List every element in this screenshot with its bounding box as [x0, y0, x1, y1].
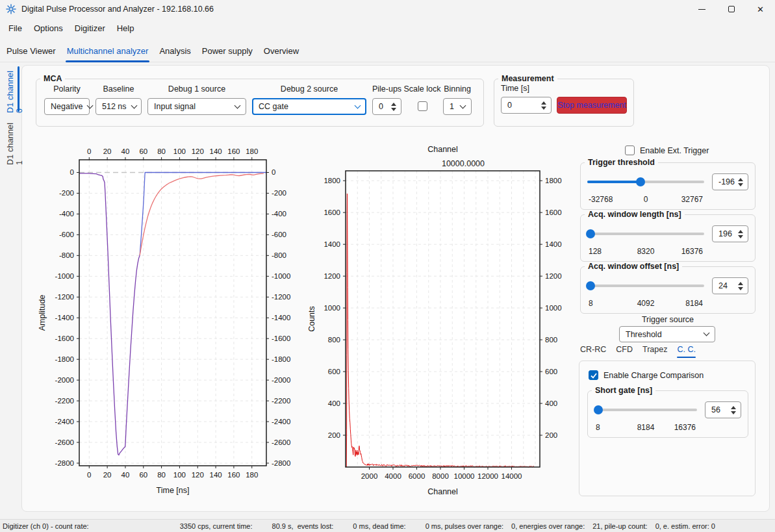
- polarity-value: Negative: [51, 102, 83, 111]
- svg-text:Time [ns]: Time [ns]: [157, 486, 190, 495]
- time-spinner[interactable]: 0: [501, 97, 552, 114]
- tab-pulse-viewer[interactable]: Pulse Viewer: [5, 45, 57, 57]
- menu-help[interactable]: Help: [111, 21, 140, 36]
- svg-text:-400: -400: [59, 210, 74, 218]
- svg-text:-1800: -1800: [272, 355, 290, 363]
- debug2-source-value: CC gate: [259, 102, 288, 111]
- svg-text:-2800: -2800: [55, 459, 74, 467]
- baseline-dropdown[interactable]: 512 ns: [95, 98, 142, 115]
- menu-digitizer[interactable]: Digitizer: [69, 21, 111, 36]
- debug1-source-dropdown[interactable]: Input signal: [147, 98, 246, 115]
- slider-max-label: 32767: [681, 195, 703, 204]
- spectrum-chart[interactable]: 2000400060008000100001200014000200200400…: [299, 143, 572, 510]
- spinner-arrows-icon[interactable]: [738, 178, 743, 186]
- svg-text:-600: -600: [272, 231, 286, 238]
- title-bar: Digital Pulse Processor and Analyzer - 1…: [0, 0, 775, 18]
- svg-text:Channel: Channel: [427, 487, 458, 496]
- svg-text:1000: 1000: [545, 304, 562, 312]
- menu-file[interactable]: File: [3, 21, 28, 36]
- svg-text:6000: 6000: [409, 472, 426, 480]
- time-value: 0: [507, 101, 512, 110]
- svg-text:120: 120: [192, 147, 204, 155]
- svg-text:1400: 1400: [324, 240, 340, 248]
- pileups-spinner[interactable]: 0: [372, 98, 401, 115]
- maximize-button[interactable]: [717, 0, 746, 18]
- svg-text:80: 80: [157, 147, 166, 155]
- ext-trigger-row: Enable Ext. Trigger: [625, 146, 709, 155]
- debug2-source-dropdown[interactable]: CC gate: [252, 98, 366, 115]
- spinner-arrows-icon[interactable]: [738, 282, 743, 290]
- spinner-arrows-icon[interactable]: [738, 230, 743, 238]
- spinner-arrows-icon[interactable]: [731, 406, 736, 414]
- trigger-source-label: Trigger source: [580, 315, 756, 324]
- svg-text:60: 60: [139, 147, 147, 155]
- waveform-chart[interactable]: 0020204040606080801001001201201401401601…: [36, 143, 299, 510]
- ext-trigger-label: Enable Ext. Trigger: [640, 146, 709, 155]
- short-gate-spinner[interactable]: 56: [705, 401, 741, 418]
- menu-options[interactable]: Options: [28, 21, 69, 36]
- tab-analysis[interactable]: Analysis: [158, 45, 192, 57]
- binning-dropdown[interactable]: 1: [443, 98, 472, 115]
- slider-handle[interactable]: [586, 281, 595, 290]
- svg-text:-2800: -2800: [272, 459, 290, 467]
- pileups-label: Pile-ups: [372, 84, 401, 94]
- acq-window-offset-slider[interactable]: [587, 281, 704, 290]
- menu-bar: File Options Digitizer Help: [0, 19, 140, 36]
- svg-text:-1800: -1800: [55, 355, 74, 363]
- charge-comparison-row: Enable Charge Comparison: [589, 370, 704, 380]
- short-gate-slider[interactable]: [594, 405, 697, 414]
- stop-measurement-button[interactable]: Stop measurement: [557, 97, 627, 114]
- tab-cr-rc[interactable]: CR-RC: [580, 345, 606, 357]
- svg-text:14000: 14000: [502, 472, 522, 480]
- trigger-threshold-slider[interactable]: [587, 177, 704, 186]
- svg-text:400: 400: [545, 399, 557, 407]
- acq-window-offset-spinner[interactable]: 24: [712, 277, 748, 294]
- tab-multichannel-analyzer[interactable]: Multichannel analyzer: [66, 45, 150, 57]
- svg-text:0: 0: [87, 147, 91, 155]
- chevron-down-icon: [87, 102, 94, 108]
- scale-lock-checkbox[interactable]: [418, 101, 427, 111]
- scale-lock-label: Scale lock: [404, 84, 441, 94]
- slider-handle[interactable]: [636, 177, 645, 186]
- channel-tab-d1-ch1[interactable]: D1 channel 1: [6, 118, 24, 165]
- slider-mid-label: 0: [644, 195, 648, 204]
- svg-text:1600: 1600: [324, 209, 340, 216]
- svg-text:40: 40: [121, 147, 130, 155]
- svg-text:12000: 12000: [477, 472, 498, 480]
- trigger-threshold-spinner[interactable]: -196: [712, 173, 748, 190]
- time-label: Time [s]: [501, 84, 627, 93]
- tab-cfd[interactable]: CFD: [616, 345, 633, 357]
- svg-text:140: 140: [209, 471, 222, 479]
- short-gate-group: Short gate [ns] 56 8 8184 16376: [587, 386, 748, 438]
- status-bar: Digitizer (ch 0) - count rate: 3350 cps,…: [0, 519, 775, 532]
- svg-text:Channel: Channel: [427, 145, 458, 154]
- svg-text:2000: 2000: [361, 472, 378, 480]
- status-pileup-count: 21, pile-up count:: [592, 522, 647, 530]
- short-gate-legend: Short gate [ns]: [592, 386, 655, 395]
- spinner-arrows-icon[interactable]: [391, 103, 396, 111]
- svg-text:100: 100: [173, 147, 186, 155]
- tab-charge-comparison[interactable]: C. C.: [677, 345, 695, 357]
- tab-overview[interactable]: Overview: [262, 45, 300, 57]
- svg-text:1800: 1800: [324, 177, 340, 184]
- measurement-group-legend: Measurement: [498, 74, 557, 83]
- ext-trigger-checkbox[interactable]: [625, 146, 635, 155]
- svg-text:-2000: -2000: [55, 376, 74, 384]
- tab-power-supply[interactable]: Power supply: [201, 45, 254, 57]
- acq-window-length-spinner[interactable]: 196: [712, 225, 748, 242]
- channel-tab-d1-ch0[interactable]: D1 channel 0: [6, 66, 24, 113]
- slider-handle[interactable]: [586, 229, 595, 238]
- charge-comparison-checkbox[interactable]: [589, 370, 598, 380]
- acq-window-length-slider[interactable]: [587, 229, 704, 238]
- status-current-time: 3350 cps, current time:: [180, 522, 253, 530]
- chevron-down-icon: [460, 102, 466, 108]
- polarity-dropdown[interactable]: Negative: [44, 98, 90, 115]
- svg-text:-600: -600: [59, 231, 74, 238]
- trigger-source-dropdown[interactable]: Threshold: [619, 326, 715, 342]
- minimize-button[interactable]: [687, 0, 717, 18]
- spinner-arrows-icon[interactable]: [541, 101, 546, 110]
- tab-trapez[interactable]: Trapez: [642, 345, 667, 357]
- window-title: Digital Pulse Processor and Analyzer - 1…: [21, 5, 214, 14]
- slider-handle[interactable]: [594, 405, 603, 414]
- close-button[interactable]: ✕: [746, 0, 775, 18]
